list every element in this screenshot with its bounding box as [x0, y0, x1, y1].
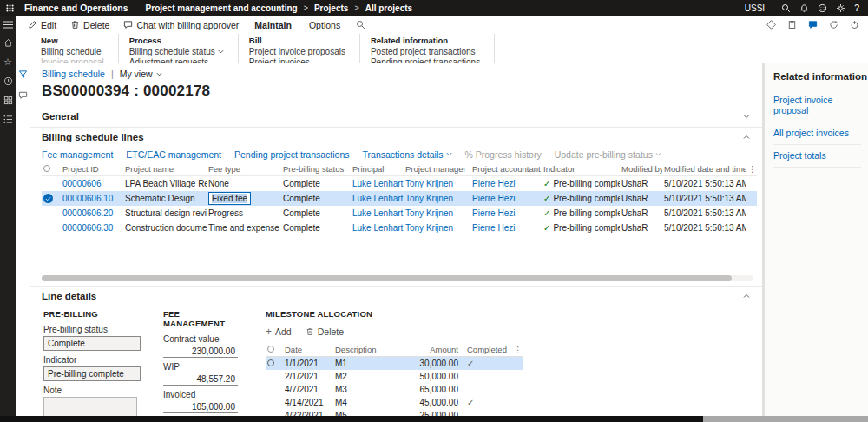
transactions-details-menu[interactable]: Transactions details — [363, 149, 452, 160]
modules-list-icon[interactable] — [3, 115, 13, 124]
section-header-billing-schedule-lines[interactable]: Billing schedule lines — [30, 128, 762, 147]
search-icon[interactable] — [781, 3, 791, 13]
table-row[interactable]: 00000606.30 Construction documents Time … — [42, 221, 757, 235]
indicator-field[interactable]: Pre-billing complete — [43, 366, 141, 381]
open-in-office-icon[interactable] — [766, 20, 776, 30]
table-row-selected[interactable]: 00000606.10 Schematic Design Fixed fee C… — [42, 191, 757, 206]
fee-management-link[interactable]: Fee management — [42, 149, 113, 160]
messages-icon[interactable] — [808, 20, 818, 30]
horizontal-scrollbar[interactable] — [42, 275, 753, 281]
project-manager-link[interactable]: Tony Krijnen — [404, 179, 470, 188]
add-milestone-button[interactable]: + Add — [266, 326, 292, 337]
column-header[interactable]: Project manager — [404, 164, 470, 174]
form-caption-link[interactable]: Billing schedule — [42, 69, 105, 79]
tab-options[interactable]: Options — [300, 20, 349, 30]
notifications-bell-icon[interactable] — [799, 3, 809, 13]
related-link-all-project-invoices[interactable]: All project invoices — [773, 122, 861, 145]
related-link-project-totals[interactable]: Project totals — [773, 145, 861, 168]
app-title[interactable]: Finance and Operations — [24, 3, 128, 13]
project-id-link[interactable]: 00000606.20 — [61, 208, 123, 218]
column-header[interactable]: Amount — [403, 345, 465, 354]
table-row[interactable]: 00000606 LPA Beach Village Resort None C… — [42, 176, 757, 191]
project-accountant-link[interactable]: Pierre Hezi — [470, 194, 542, 203]
project-id-link[interactable]: 00000606 — [61, 179, 123, 188]
refresh-icon[interactable] — [829, 20, 838, 30]
app-launcher-icon[interactable] — [0, 0, 19, 16]
chat-with-billing-approver-button[interactable]: Chat with billing approver — [116, 20, 246, 30]
pre-billing-status-field[interactable]: Complete — [43, 336, 141, 351]
project-id-link[interactable]: 00000606.30 — [61, 223, 123, 233]
table-row[interactable]: 00000606.20 Structural design review Pro… — [42, 206, 757, 221]
edit-button[interactable]: Edit — [21, 20, 63, 30]
scrollbar-thumb[interactable] — [42, 275, 732, 281]
settings-gear-icon[interactable] — [836, 3, 845, 13]
contract-value-field[interactable]: 230,000.00 — [163, 346, 238, 358]
row-selector-circle-icon[interactable] — [267, 359, 274, 366]
column-header[interactable]: Project ID — [61, 164, 123, 174]
recent-clock-icon[interactable] — [3, 76, 13, 86]
tab-maintain[interactable]: Maintain — [246, 20, 300, 30]
pending-project-transactions-link[interactable]: Pending project transactions — [234, 149, 350, 160]
milestone-row[interactable]: 4/7/2021 M3 65,000.00 — [266, 383, 523, 396]
column-header[interactable]: Description — [333, 345, 403, 354]
breadcrumb-item[interactable]: Projects — [314, 3, 348, 13]
column-header[interactable]: Modified by — [620, 164, 662, 174]
chevron-down-icon[interactable] — [743, 114, 750, 119]
help-icon[interactable]: ? — [854, 3, 859, 13]
message-bar-icon[interactable] — [18, 90, 28, 100]
column-header[interactable]: Modified date and time — [662, 164, 746, 174]
section-header-line-details[interactable]: Line details — [30, 286, 762, 305]
select-all-circle-icon[interactable] — [43, 165, 50, 172]
filter-funnel-icon[interactable] — [18, 69, 28, 79]
principal-link[interactable]: Luke Lenhart — [351, 179, 404, 188]
select-all-circle-icon[interactable] — [267, 346, 274, 353]
principal-link[interactable]: Luke Lenhart — [351, 208, 404, 218]
breadcrumb-item[interactable]: Project management and accounting — [146, 3, 298, 13]
chevron-up-icon[interactable] — [743, 293, 750, 299]
hamburger-menu-icon[interactable] — [3, 21, 13, 29]
project-accountant-link[interactable]: Pierre Hezi — [470, 208, 542, 218]
milestone-row[interactable]: 2/1/2021 M2 50,000.00 — [266, 370, 523, 383]
section-header-general[interactable]: General — [30, 106, 762, 128]
project-manager-link[interactable]: Tony Krijnen — [404, 223, 470, 233]
invoiced-field[interactable]: 105,000.00 — [163, 401, 238, 413]
related-link-project-invoice-proposal[interactable]: Project invoice proposal — [773, 89, 861, 122]
row-selected-check-icon[interactable] — [43, 194, 53, 203]
more-options-icon[interactable]: ⋮ — [746, 164, 757, 174]
column-header[interactable]: Pre-billing status — [281, 164, 351, 174]
more-options-icon[interactable]: ⋮ — [512, 345, 521, 354]
column-header[interactable]: Fee type — [207, 164, 281, 174]
milestone-row-selected[interactable]: 1/1/2021 M1 30,000.00 ✓ — [266, 357, 523, 370]
column-header[interactable]: Project accountant — [470, 164, 542, 174]
principal-link[interactable]: Luke Lenhart — [351, 194, 404, 203]
etc-eac-management-link[interactable]: ETC/EAC management — [126, 149, 221, 160]
favorites-star-icon[interactable]: ☆ — [3, 57, 12, 67]
project-manager-link[interactable]: Tony Krijnen — [404, 208, 470, 218]
milestone-row[interactable]: 4/22/2021 M5 25,000.00 — [266, 409, 523, 416]
project-accountant-link[interactable]: Pierre Hezi — [470, 223, 542, 233]
power-icon[interactable] — [850, 20, 859, 30]
home-icon[interactable] — [3, 38, 13, 48]
delete-milestone-button[interactable]: Delete — [306, 326, 344, 337]
ribbon-item-billing-schedule[interactable]: Billing schedule — [41, 47, 104, 57]
attachments-icon[interactable] — [787, 20, 797, 30]
completed-check-icon[interactable]: ✓ — [465, 398, 512, 407]
project-id-link[interactable]: 00000606.10 — [61, 194, 123, 203]
delete-button[interactable]: Delete — [63, 20, 116, 30]
column-header[interactable]: Principal — [351, 164, 404, 174]
completed-check-icon[interactable]: ✓ — [465, 359, 512, 368]
breadcrumb-item[interactable]: All projects — [365, 3, 412, 13]
workspaces-tiles-icon[interactable] — [3, 96, 13, 105]
ribbon-item-project-invoice-proposals[interactable]: Project invoice proposals — [249, 47, 345, 57]
note-textarea[interactable] — [43, 397, 137, 416]
view-selector[interactable]: My view — [120, 69, 162, 79]
milestone-row[interactable]: 4/14/2021 M4 45,000.00 ✓ — [266, 396, 523, 409]
column-header[interactable]: Indicator — [542, 164, 620, 174]
wip-field[interactable]: 48,557.20 — [163, 373, 238, 386]
ribbon-item-posted-project-transactions[interactable]: Posted project transactions — [371, 47, 480, 57]
bottom-scrollbar-area[interactable] — [703, 416, 868, 422]
project-accountant-link[interactable]: Pierre Hezi — [470, 179, 542, 188]
fee-type-edit-cell[interactable]: Fixed fee — [208, 192, 251, 205]
principal-link[interactable]: Luke Lenhart — [351, 223, 404, 233]
ribbon-item-billing-schedule-status[interactable]: Billing schedule status — [129, 47, 224, 57]
